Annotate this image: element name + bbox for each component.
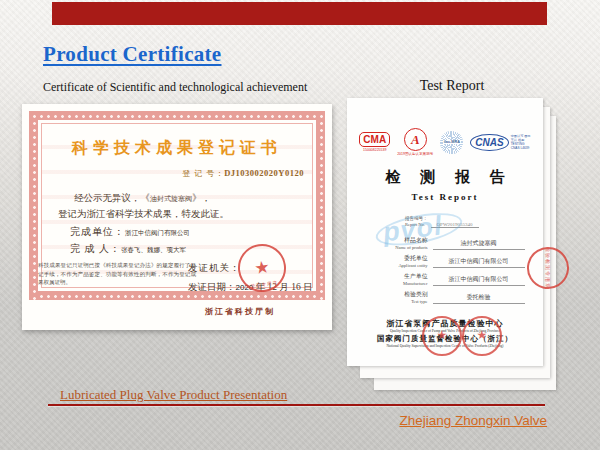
seal-star-icon: ★ xyxy=(437,328,448,342)
report-title-cn: 检 测 报 告 xyxy=(347,168,543,187)
seal-star-icon: ★ xyxy=(477,328,488,342)
cnas-logo-icon: CNAS 中国认可 国际互认 检测 TESTING CNAS L4639 xyxy=(470,134,530,151)
field-label-en: Name of products xyxy=(366,245,428,250)
field-row-manufacturer: 生产单位Manufacturer 浙江中信阀门有限公司 xyxy=(347,268,543,286)
certificate-body-line1: 经公示无异议，《油封式旋塞阀》， xyxy=(74,192,211,205)
report-bottom-seal-right-icon: ★ xyxy=(462,316,502,356)
field-label-en: Applicant entity xyxy=(366,263,428,268)
product-name-inline: 油封式旋塞阀 xyxy=(150,195,192,203)
certificate-body-line2: 登记为浙江省科学技术成果，特发此证。 xyxy=(58,208,229,221)
ilac-mra-logo-icon: ilac-MRA xyxy=(440,131,463,154)
field-label-en: Manufacturer xyxy=(366,281,428,286)
field-label-cn: 生产单位 xyxy=(366,272,428,281)
report-title-en: Test Report xyxy=(347,192,543,202)
ilac-text: ilac-MRA xyxy=(443,140,461,144)
field-value: 浙江中信阀门有限公司 xyxy=(433,257,525,268)
a-mark-number: 2019国认监认字第38号 xyxy=(397,152,433,156)
report-sheet-front: CMA 150008225539 A 2019国认监认字第38号 ilac-MR… xyxy=(347,98,543,366)
cma-number: 150008225539 xyxy=(363,148,386,152)
footer-divider-line xyxy=(48,404,545,406)
ilac-sunburst: ilac-MRA xyxy=(440,131,463,154)
top-red-bar xyxy=(52,2,547,25)
test-report-caption: Test Report xyxy=(397,78,507,94)
field-label-en: Test type xyxy=(366,299,428,304)
cma-logo-icon: CMA 150008225539 xyxy=(359,132,390,152)
date-label: 发证日期： xyxy=(188,282,236,292)
person-label: 完 成 人： xyxy=(70,243,121,254)
a-mark-text: A xyxy=(404,128,427,151)
cma-text: CMA xyxy=(359,132,390,147)
unit-value: 浙江中信阀门有限公司 xyxy=(125,229,190,236)
certificate-issuing-office: 浙江省科技厅制 xyxy=(205,306,275,317)
field-value: 油封式旋塞阀 xyxy=(433,239,525,250)
field-label-cn: 检验类别 xyxy=(366,290,428,299)
seal-star-icon: ★ xyxy=(253,256,271,278)
certificate-disclaimer: 科技成果登记只证明已按《科技成果登记办法》的规定履行了登记手续，不作为产品鉴定、… xyxy=(38,261,196,287)
field-label-cn: 样品名称 xyxy=(366,236,428,245)
brand-link[interactable]: Zhejiang Zhongxin Valve xyxy=(399,413,547,428)
page-title[interactable]: Product Certificate xyxy=(43,42,222,67)
person-value: 张春飞、魏娜、项大军 xyxy=(121,246,186,253)
certificate-border-top xyxy=(29,111,325,120)
presentation-slide: Product Certificate Certificate of Scien… xyxy=(0,0,600,450)
certificate-caption: Certificate of Scientific and technologi… xyxy=(43,80,307,95)
completion-person-row: 完 成 人：张春飞、魏娜、项大军 xyxy=(70,242,186,256)
field-row-test-type: 检验类别Test type 委托检验 xyxy=(347,286,543,304)
field-row-applicant: 委托单位Applicant entity 浙江中信阀门有限公司 xyxy=(347,250,543,268)
unit-label: 完成单位： xyxy=(70,226,125,237)
inspection-a-logo-icon: A 2019国认监认字第38号 xyxy=(397,128,433,156)
line1-suffix: 》， xyxy=(192,193,211,203)
report-bottom-seal-left-icon: ★ xyxy=(422,316,462,356)
seal-text: 检验检测专用章 xyxy=(545,247,551,289)
cnas-text: CNAS xyxy=(470,134,508,151)
certificate-image: 科学技术成果登记证书 登 记 号：DJ103002020Y0120 经公示无异议… xyxy=(22,104,332,330)
cnas-side-text: 中国认可 国际互认 检测 TESTING CNAS L4639 xyxy=(511,134,531,151)
issuer-row: 发证机关： xyxy=(188,262,241,275)
completion-unit-row: 完成单位：浙江中信阀门有限公司 xyxy=(70,225,190,239)
registration-label: 登 记 号： xyxy=(182,169,224,178)
accreditation-logo-row: CMA 150008225539 A 2019国认监认字第38号 ilac-MR… xyxy=(347,128,543,156)
registration-value: DJ103002020Y0120 xyxy=(224,168,304,178)
certificate-registration-number: 登 记 号：DJ103002020Y0120 xyxy=(182,168,304,179)
field-row-sample-name: 样品名称Name of products 油封式旋塞阀 xyxy=(347,232,543,250)
certificate-title: 科学技术成果登记证书 xyxy=(22,138,332,159)
presentation-link[interactable]: Lubricated Plug Valve Product Presentati… xyxy=(60,387,287,403)
line1-prefix: 经公示无异议，《 xyxy=(74,193,150,203)
report-fields: 样品名称Name of products 油封式旋塞阀 委托单位Applican… xyxy=(347,232,543,304)
field-value: 浙江中信阀门有限公司 xyxy=(433,275,525,286)
field-label-cn: 委托单位 xyxy=(366,254,428,263)
field-value: 委托检验 xyxy=(433,293,525,304)
